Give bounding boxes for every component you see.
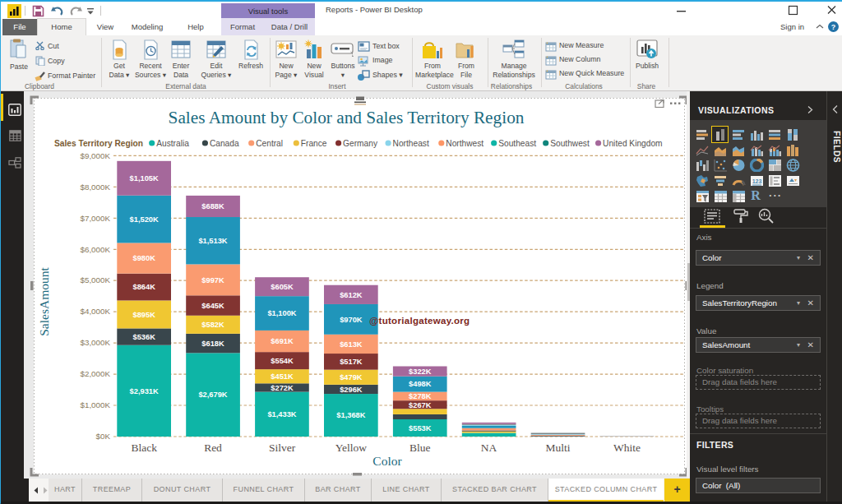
svg-text:FIELDS: FIELDS <box>832 131 841 163</box>
svg-text:123: 123 <box>752 178 761 184</box>
